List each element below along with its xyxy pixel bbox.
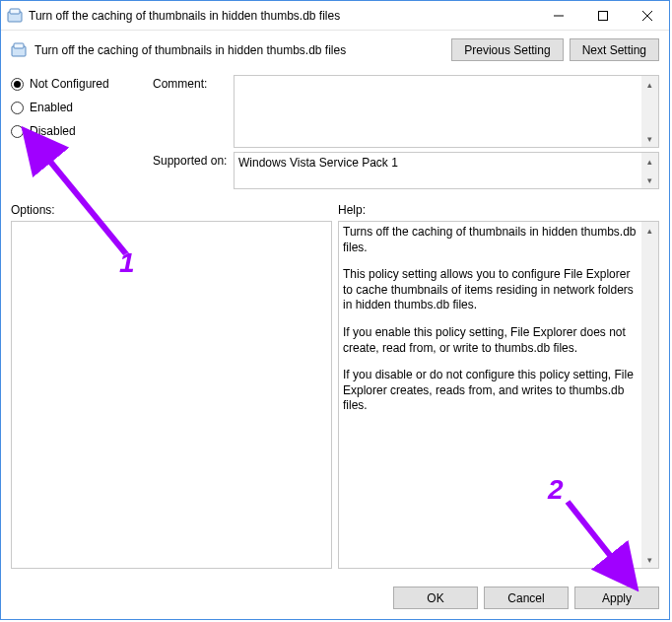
svg-rect-7 bbox=[14, 43, 24, 48]
comment-value bbox=[235, 76, 641, 147]
radio-label: Not Configured bbox=[30, 77, 109, 91]
radio-enabled[interactable]: Enabled bbox=[11, 101, 149, 114]
settings-row: Not Configured Enabled Disabled Comment:… bbox=[11, 75, 659, 148]
radio-disabled[interactable]: Disabled bbox=[11, 124, 149, 138]
dialog-body: Turn off the caching of thumbnails in hi… bbox=[1, 31, 669, 579]
cancel-button[interactable]: Cancel bbox=[484, 587, 569, 609]
scrollbar[interactable]: ▴ ▾ bbox=[641, 76, 658, 147]
scroll-up-icon[interactable]: ▴ bbox=[641, 222, 658, 239]
window-controls bbox=[536, 1, 669, 30]
svg-rect-1 bbox=[10, 9, 20, 14]
minimize-button[interactable] bbox=[536, 1, 580, 30]
app-icon bbox=[7, 8, 23, 24]
help-label: Help: bbox=[338, 203, 659, 217]
help-content: Turns off the caching of thumbnails in h… bbox=[339, 222, 641, 568]
help-paragraph: If you enable this policy setting, File … bbox=[343, 325, 638, 356]
policy-editor-window: Turn off the caching of thumbnails in hi… bbox=[0, 0, 670, 620]
dialog-footer: OK Cancel Apply bbox=[1, 579, 669, 619]
radio-icon bbox=[11, 78, 24, 91]
previous-setting-button[interactable]: Previous Setting bbox=[451, 38, 563, 61]
comment-field-col: ▴ ▾ bbox=[234, 75, 659, 148]
comment-label: Comment: bbox=[153, 75, 230, 148]
apply-button[interactable]: Apply bbox=[574, 587, 659, 609]
radio-not-configured[interactable]: Not Configured bbox=[11, 77, 149, 91]
scroll-up-icon[interactable]: ▴ bbox=[641, 76, 658, 93]
next-setting-button[interactable]: Next Setting bbox=[570, 38, 659, 61]
supported-on-label: Supported on: bbox=[153, 152, 230, 189]
options-box bbox=[11, 221, 332, 569]
close-button[interactable] bbox=[625, 1, 669, 30]
help-column: Help: Turns off the caching of thumbnail… bbox=[338, 203, 659, 569]
supported-on-value: Windows Vista Service Pack 1 bbox=[235, 153, 641, 188]
maximize-button[interactable] bbox=[580, 1, 625, 30]
comment-textbox[interactable]: ▴ ▾ bbox=[234, 75, 659, 148]
ok-button[interactable]: OK bbox=[393, 587, 478, 609]
options-content bbox=[12, 222, 331, 568]
policy-title: Turn off the caching of thumbnails in hi… bbox=[34, 43, 443, 57]
supported-on-textbox: Windows Vista Service Pack 1 ▴ ▾ bbox=[234, 152, 659, 189]
scroll-down-icon[interactable]: ▾ bbox=[641, 551, 658, 568]
header-row: Turn off the caching of thumbnails in hi… bbox=[11, 38, 659, 61]
radio-label: Enabled bbox=[30, 101, 73, 114]
policy-icon bbox=[11, 42, 27, 58]
help-paragraph: If you disable or do not configure this … bbox=[343, 368, 638, 414]
scroll-down-icon[interactable]: ▾ bbox=[641, 172, 658, 188]
help-paragraph: Turns off the caching of thumbnails in h… bbox=[343, 225, 638, 255]
titlebar: Turn off the caching of thumbnails in hi… bbox=[1, 1, 669, 31]
scroll-up-icon[interactable]: ▴ bbox=[641, 153, 658, 170]
nav-buttons: Previous Setting Next Setting bbox=[451, 38, 659, 61]
options-label: Options: bbox=[11, 203, 332, 217]
radio-icon bbox=[11, 102, 24, 114]
scrollbar[interactable]: ▴ ▾ bbox=[641, 153, 658, 188]
state-radio-group: Not Configured Enabled Disabled bbox=[11, 75, 149, 148]
radio-icon bbox=[11, 125, 24, 138]
lower-panels: Options: Help: Turns off the caching of … bbox=[11, 203, 659, 569]
help-box: Turns off the caching of thumbnails in h… bbox=[338, 221, 659, 569]
scrollbar[interactable]: ▴ ▾ bbox=[641, 222, 658, 568]
window-title: Turn off the caching of thumbnails in hi… bbox=[29, 9, 536, 23]
help-paragraph: This policy setting allows you to config… bbox=[343, 267, 638, 313]
supported-row: Supported on: Windows Vista Service Pack… bbox=[11, 152, 659, 189]
radio-label: Disabled bbox=[30, 124, 76, 138]
svg-rect-3 bbox=[598, 11, 607, 20]
options-column: Options: bbox=[11, 203, 332, 569]
scroll-down-icon[interactable]: ▾ bbox=[641, 130, 658, 147]
